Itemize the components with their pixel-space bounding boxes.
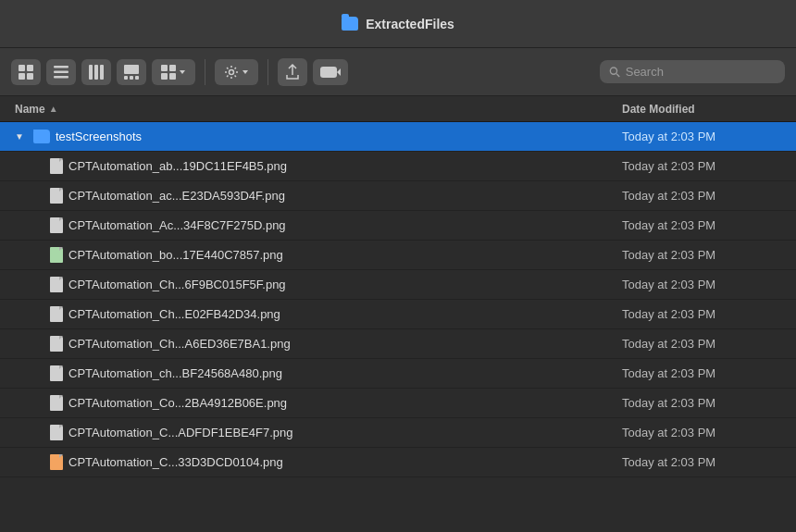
file-date: Today at 2:03 PM	[611, 248, 796, 262]
svg-rect-14	[161, 65, 168, 71]
file-name-cell: CPTAutomation_C...ADFDF1EBE4F7.png	[0, 425, 611, 440]
file-name-cell: CPTAutomation_Ac...34F8C7F275D.png	[0, 217, 611, 233]
view-columns-button[interactable]	[81, 59, 111, 85]
file-icon	[50, 425, 63, 440]
file-list[interactable]: ▼testScreenshotsToday at 2:03 PMCPTAutom…	[0, 122, 796, 532]
file-name-cell: CPTAutomation_Co...2BA4912B06E.png	[0, 395, 611, 411]
table-row[interactable]: CPTAutomation_Ch...6F9BC015F5F.pngToday …	[0, 270, 796, 300]
settings-button[interactable]	[215, 59, 258, 85]
svg-rect-6	[54, 76, 68, 79]
file-date: Today at 2:03 PM	[611, 366, 796, 380]
svg-rect-1	[27, 65, 33, 71]
file-icon	[50, 365, 63, 381]
toolbar	[0, 48, 796, 96]
svg-rect-3	[27, 73, 33, 80]
file-name-text: CPTAutomation_Ch...A6ED36E7BA1.png	[68, 337, 291, 351]
file-name-text: CPTAutomation_ch...BF24568A480.png	[68, 366, 282, 380]
file-name-text: CPTAutomation_C...ADFDF1EBE4F7.png	[68, 426, 293, 439]
svg-rect-19	[320, 67, 337, 78]
file-icon	[50, 395, 63, 411]
search-box[interactable]	[600, 60, 785, 83]
file-icon	[50, 306, 63, 322]
svg-rect-11	[124, 76, 128, 80]
file-name-text: CPTAutomation_bo...17E440C7857.png	[68, 248, 283, 262]
file-name-cell: CPTAutomation_ch...BF24568A480.png	[0, 365, 611, 381]
title-bar: ExtractedFiles	[0, 0, 796, 48]
search-input[interactable]	[626, 65, 776, 79]
column-headers: Name ▲ Date Modified	[0, 96, 796, 122]
table-row[interactable]: CPTAutomation_Ch...A6ED36E7BA1.pngToday …	[0, 329, 796, 359]
view-list-button[interactable]	[46, 59, 76, 85]
file-date: Today at 2:03 PM	[611, 189, 796, 203]
table-row[interactable]: CPTAutomation_ch...BF24568A480.pngToday …	[0, 359, 796, 389]
file-date: Today at 2:03 PM	[611, 159, 796, 173]
table-row[interactable]: CPTAutomation_Ac...34F8C7F275D.pngToday …	[0, 211, 796, 241]
share-button[interactable]	[278, 58, 307, 86]
file-date: Today at 2:03 PM	[611, 130, 796, 143]
table-row[interactable]: CPTAutomation_C...33D3DCD0104.pngToday a…	[0, 448, 796, 477]
file-icon	[50, 454, 63, 470]
file-name-text: CPTAutomation_Ch...E02FB42D34.png	[68, 307, 280, 321]
file-icon	[50, 277, 63, 292]
toolbar-separator-2	[267, 59, 268, 85]
svg-rect-8	[94, 65, 98, 80]
svg-line-22	[616, 74, 619, 77]
file-icon	[50, 217, 63, 233]
table-row[interactable]: CPTAutomation_ac...E23DA593D4F.pngToday …	[0, 181, 796, 211]
disclosure-triangle-icon[interactable]: ▼	[15, 131, 24, 142]
file-name-text: testScreenshots	[56, 130, 142, 143]
tag-button[interactable]	[313, 59, 348, 85]
file-date: Today at 2:03 PM	[611, 426, 796, 439]
file-date: Today at 2:03 PM	[611, 307, 796, 321]
view-dropdown-button[interactable]	[152, 59, 195, 85]
column-date-header[interactable]: Date Modified	[611, 103, 796, 116]
view-grid-button[interactable]	[11, 59, 41, 85]
file-date: Today at 2:03 PM	[611, 337, 796, 351]
main-content: Name ▲ Date Modified ▼testScreenshotsTod…	[0, 96, 796, 532]
svg-rect-5	[54, 70, 68, 73]
toolbar-separator-1	[205, 59, 205, 85]
svg-rect-0	[19, 65, 25, 71]
file-name-text: CPTAutomation_Ch...6F9BC015F5F.png	[68, 278, 286, 291]
file-name-text: CPTAutomation_C...33D3DCD0104.png	[68, 455, 283, 469]
file-name-text: CPTAutomation_Ac...34F8C7F275D.png	[68, 218, 286, 232]
svg-point-21	[610, 68, 616, 74]
table-row[interactable]: CPTAutomation_Co...2BA4912B06E.pngToday …	[0, 389, 796, 418]
table-row[interactable]: CPTAutomation_C...ADFDF1EBE4F7.pngToday …	[0, 418, 796, 448]
file-name-cell: CPTAutomation_Ch...6F9BC015F5F.png	[0, 277, 611, 292]
svg-rect-7	[89, 65, 93, 80]
table-row[interactable]: CPTAutomation_bo...17E440C7857.pngToday …	[0, 241, 796, 270]
svg-point-18	[230, 69, 234, 74]
file-name-cell: CPTAutomation_Ch...A6ED36E7BA1.png	[0, 336, 611, 352]
svg-rect-10	[124, 65, 139, 74]
svg-rect-9	[100, 65, 104, 80]
svg-rect-12	[130, 76, 133, 80]
search-icon	[609, 66, 620, 78]
folder-icon	[33, 130, 50, 143]
file-icon	[50, 188, 63, 204]
svg-rect-4	[54, 66, 68, 68]
column-name-header[interactable]: Name ▲	[0, 103, 611, 116]
file-name-cell: CPTAutomation_ac...E23DA593D4F.png	[0, 188, 611, 204]
svg-rect-2	[19, 73, 25, 80]
svg-rect-13	[135, 76, 139, 80]
file-icon	[50, 247, 63, 263]
file-name-text: CPTAutomation_ac...E23DA593D4F.png	[68, 189, 285, 203]
file-date: Today at 2:03 PM	[611, 218, 796, 232]
table-row[interactable]: CPTAutomation_Ch...E02FB42D34.pngToday a…	[0, 300, 796, 329]
table-row[interactable]: ▼testScreenshotsToday at 2:03 PM	[0, 122, 796, 152]
file-date: Today at 2:03 PM	[611, 455, 796, 469]
file-name-cell: CPTAutomation_C...33D3DCD0104.png	[0, 454, 611, 470]
svg-rect-17	[169, 73, 176, 80]
title-folder-icon	[342, 17, 358, 31]
file-name-cell: CPTAutomation_Ch...E02FB42D34.png	[0, 306, 611, 322]
file-name-cell: CPTAutomation_ab...19DC11EF4B5.png	[0, 158, 611, 174]
file-name-text: CPTAutomation_ab...19DC11EF4B5.png	[68, 159, 287, 173]
file-name-text: CPTAutomation_Co...2BA4912B06E.png	[68, 396, 287, 410]
file-name-cell: ▼testScreenshots	[0, 130, 611, 143]
table-row[interactable]: CPTAutomation_ab...19DC11EF4B5.pngToday …	[0, 152, 796, 181]
view-gallery-button[interactable]	[117, 59, 146, 85]
svg-rect-16	[161, 73, 168, 80]
file-icon	[50, 336, 63, 352]
window-title-text: ExtractedFiles	[366, 17, 454, 31]
